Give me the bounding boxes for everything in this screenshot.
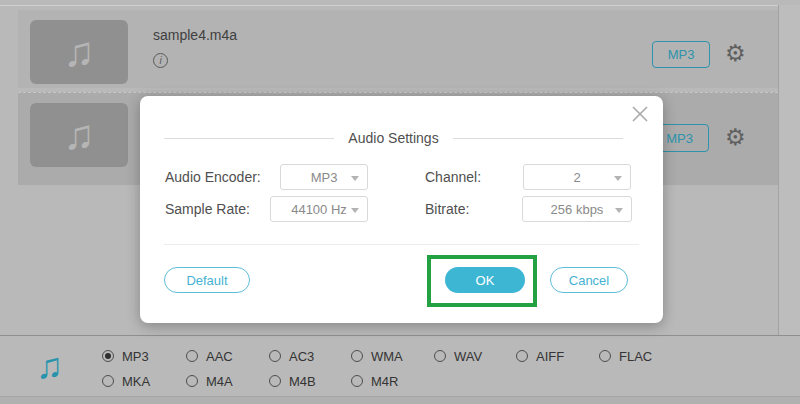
top-divider (0, 5, 800, 6)
format-badge[interactable]: MP3 (652, 41, 710, 68)
scrollbar-track[interactable] (779, 5, 800, 336)
format-option-m4b[interactable]: M4B (269, 374, 316, 388)
radio-icon[interactable] (599, 350, 611, 362)
format-option-m4r[interactable]: M4R (351, 374, 398, 388)
title-rule-right (453, 138, 623, 139)
format-option-ac3[interactable]: AC3 (269, 349, 314, 363)
radio-icon[interactable] (269, 375, 281, 387)
radio-icon[interactable] (351, 375, 363, 387)
chevron-down-icon (351, 208, 359, 213)
format-option-label: FLAC (619, 349, 652, 364)
chevron-down-icon (615, 208, 623, 213)
format-option-mka[interactable]: MKA (102, 374, 150, 388)
chevron-down-icon (614, 176, 622, 181)
cancel-button[interactable]: Cancel (550, 267, 628, 293)
file-thumbnail: ♫ (30, 103, 128, 167)
format-option-mp3[interactable]: MP3 (102, 349, 149, 363)
audio-encoder-select[interactable]: MP3 (280, 164, 368, 190)
format-option-label: MKA (122, 374, 150, 389)
radio-icon[interactable] (186, 375, 198, 387)
format-option-label: WMA (371, 349, 403, 364)
radio-icon[interactable] (351, 350, 363, 362)
radio-icon[interactable] (269, 350, 281, 362)
format-option-label: AC3 (289, 349, 314, 364)
format-music-icon: ♫ (36, 348, 63, 384)
file-name: sample4.m4a (153, 27, 237, 43)
bottom-bar-divider (0, 335, 800, 336)
bitrate-select[interactable]: 256 kbps (522, 196, 632, 222)
default-button[interactable]: Default (164, 267, 250, 293)
button-divider (164, 244, 639, 245)
audio-settings-dialog: Audio Settings Audio Encoder: MP3 Channe… (140, 96, 663, 323)
format-option-label: M4R (371, 374, 398, 389)
settings-gear-icon[interactable]: ⚙ (725, 126, 746, 149)
sample-rate-label: Sample Rate: (165, 196, 250, 222)
format-option-label: M4A (206, 374, 233, 389)
format-option-label: AAC (206, 349, 233, 364)
bitrate-label: Bitrate: (425, 196, 469, 222)
music-note-icon: ♫ (63, 114, 95, 156)
bitrate-value: 256 kbps (551, 202, 604, 217)
radio-icon[interactable] (516, 350, 528, 362)
title-rule-left (164, 138, 334, 139)
radio-icon[interactable] (102, 350, 114, 362)
format-option-label: M4B (289, 374, 316, 389)
radio-icon[interactable] (186, 350, 198, 362)
dialog-title-row: Audio Settings (164, 130, 623, 146)
chevron-down-icon (351, 176, 359, 181)
audio-encoder-value: MP3 (311, 170, 338, 185)
channel-select[interactable]: 2 (523, 164, 631, 190)
sample-rate-value: 44100 Hz (291, 202, 347, 217)
app-window: ♫ sample4.m4a i MP3 ⚙ ♫ MP3 ⚙ ♫ MP3 AAC … (0, 0, 800, 404)
ok-highlight-box (427, 255, 537, 307)
radio-icon[interactable] (102, 375, 114, 387)
info-icon[interactable]: i (153, 53, 168, 68)
format-option-wav[interactable]: WAV (434, 349, 482, 363)
format-option-label: MP3 (122, 349, 149, 364)
radio-icon[interactable] (434, 350, 446, 362)
format-option-m4a[interactable]: M4A (186, 374, 233, 388)
music-note-icon: ♫ (63, 31, 95, 73)
settings-gear-icon[interactable]: ⚙ (725, 42, 746, 65)
format-option-aac[interactable]: AAC (186, 349, 233, 363)
sample-rate-select[interactable]: 44100 Hz (270, 196, 368, 222)
format-option-wma[interactable]: WMA (351, 349, 403, 363)
channel-value: 2 (573, 170, 580, 185)
audio-encoder-label: Audio Encoder: (165, 164, 261, 190)
footer-strip (0, 397, 800, 404)
format-option-aiff[interactable]: AIFF (516, 349, 564, 363)
channel-label: Channel: (425, 164, 481, 190)
dialog-title: Audio Settings (348, 130, 438, 146)
format-option-label: AIFF (536, 349, 564, 364)
right-divider (778, 5, 779, 336)
format-option-label: WAV (454, 349, 482, 364)
format-option-flac[interactable]: FLAC (599, 349, 652, 363)
file-thumbnail: ♫ (30, 20, 128, 84)
close-icon[interactable] (628, 102, 652, 126)
